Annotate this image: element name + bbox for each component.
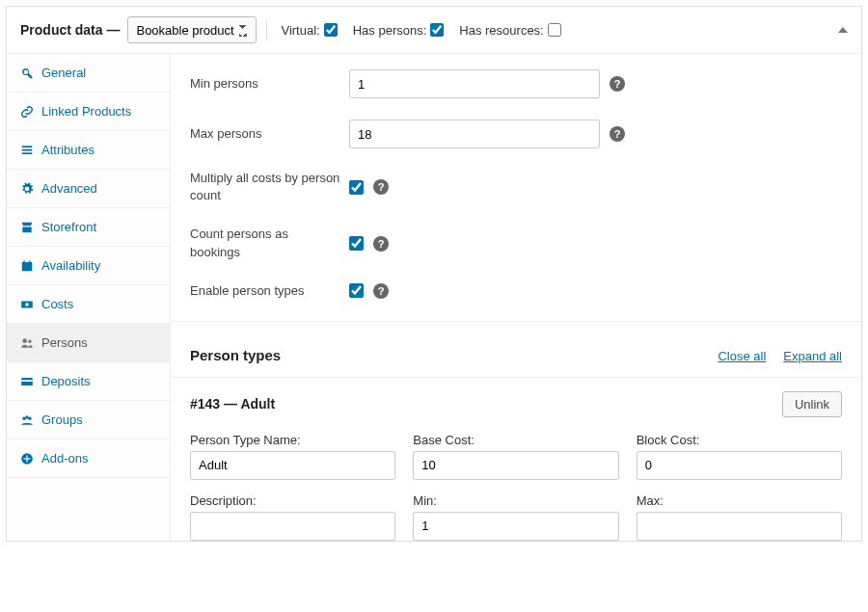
list-icon <box>20 144 34 157</box>
sidebar-tab-persons[interactable]: Persons <box>7 324 170 362</box>
sidebar-tab-label: Storefront <box>41 220 96 234</box>
help-icon[interactable]: ? <box>373 236 389 252</box>
collapse-panel-icon[interactable] <box>838 23 848 38</box>
unlink-button[interactable]: Unlink <box>782 391 842 417</box>
person-type-fields-row2: Description: Min: Max: <box>190 493 842 541</box>
plus-icon <box>20 452 34 466</box>
has-persons-label: Has persons: <box>353 23 427 38</box>
sidebar-tab-label: Deposits <box>41 374 91 388</box>
sidebar-tab-deposits[interactable]: Deposits <box>7 362 170 401</box>
product-data-panel: Product data — Bookable product Virtual:… <box>6 6 862 542</box>
has-persons-toggle[interactable]: Has persons: <box>353 23 445 38</box>
panel-body: GeneralLinked ProductsAttributesAdvanced… <box>7 54 861 541</box>
help-icon[interactable]: ? <box>610 76 625 92</box>
multiply-checkbox[interactable] <box>349 180 364 195</box>
person-type-title: #143 — Adult <box>190 396 275 412</box>
store-icon <box>20 221 34 234</box>
pt-min-field: Min: <box>413 493 618 541</box>
svg-point-11 <box>28 339 32 343</box>
sidebar-tab-label: Linked Products <box>41 104 131 119</box>
svg-rect-6 <box>24 260 25 263</box>
persons-icon <box>20 336 34 350</box>
description-field: Description: <box>190 493 395 541</box>
max-persons-row: Max persons ? <box>190 120 842 148</box>
svg-point-10 <box>22 338 27 343</box>
sidebar-tab-label: Costs <box>41 297 73 311</box>
description-label: Description: <box>190 493 395 508</box>
person-type-name-label: Person Type Name: <box>190 433 395 447</box>
sidebar-tab-availability[interactable]: Availability <box>7 247 170 285</box>
count-as-bookings-checkbox[interactable] <box>349 236 364 251</box>
sidebar-tab-label: Advanced <box>41 181 97 196</box>
help-icon[interactable]: ? <box>373 179 389 195</box>
enable-types-row: Enable person types ? <box>190 282 842 300</box>
sidebar-tab-storefront[interactable]: Storefront <box>7 208 170 247</box>
sidebar-tab-label: General <box>41 66 86 80</box>
sidebar-tab-attributes[interactable]: Attributes <box>7 131 170 170</box>
max-persons-input[interactable] <box>349 120 600 148</box>
svg-rect-13 <box>21 380 33 382</box>
sidebar-tab-advanced[interactable]: Advanced <box>7 170 170 208</box>
separator <box>266 19 267 40</box>
virtual-toggle[interactable]: Virtual: <box>281 23 337 38</box>
divider <box>171 321 861 322</box>
person-type-item: #143 — Adult Unlink Person Type Name: Ba… <box>171 377 861 541</box>
person-type-item-header: #143 — Adult Unlink <box>190 391 842 417</box>
calendar-icon <box>20 259 34 273</box>
group-icon <box>20 413 34 427</box>
pt-min-input[interactable] <box>413 512 618 541</box>
count-as-bookings-label: Count persons as bookings <box>190 226 349 260</box>
has-resources-checkbox[interactable] <box>548 23 561 37</box>
block-cost-input[interactable] <box>637 451 842 480</box>
has-persons-checkbox[interactable] <box>430 23 444 37</box>
svg-rect-7 <box>29 260 30 263</box>
base-cost-input[interactable] <box>413 451 618 480</box>
svg-rect-19 <box>24 458 31 459</box>
tabs-sidebar: GeneralLinked ProductsAttributesAdvanced… <box>7 54 171 541</box>
svg-marker-0 <box>838 27 848 33</box>
has-resources-toggle[interactable]: Has resources: <box>459 23 560 38</box>
sidebar-tab-general[interactable]: General <box>7 54 170 93</box>
min-persons-row: Min persons ? <box>190 69 842 98</box>
person-type-name-input[interactable] <box>190 451 395 480</box>
panel-title: Product data — <box>20 22 120 38</box>
multiply-label: Multiply all costs by person count <box>190 170 349 204</box>
person-type-fields-row1: Person Type Name: Base Cost: Block Cost: <box>190 433 842 480</box>
product-type-select[interactable]: Bookable product <box>127 16 257 43</box>
sidebar-tab-label: Add-ons <box>41 451 88 466</box>
enable-types-label: Enable person types <box>190 282 349 300</box>
pt-max-input[interactable] <box>637 512 842 541</box>
panel-header: Product data — Bookable product Virtual:… <box>7 7 861 54</box>
sidebar-tab-add-ons[interactable]: Add-ons <box>7 439 170 478</box>
link-icon <box>20 105 34 119</box>
virtual-checkbox[interactable] <box>324 23 338 37</box>
pt-max-field: Max: <box>637 493 842 541</box>
person-types-header: Person types Close all Expand all <box>190 333 842 363</box>
svg-rect-3 <box>22 152 33 154</box>
money-icon <box>20 298 34 311</box>
pt-min-label: Min: <box>413 493 618 508</box>
description-input[interactable] <box>190 512 395 541</box>
count-as-bookings-row: Count persons as bookings ? <box>190 226 842 260</box>
close-all-link[interactable]: Close all <box>718 349 766 363</box>
sidebar-tab-groups[interactable]: Groups <box>7 401 170 439</box>
min-persons-input[interactable] <box>349 69 600 98</box>
virtual-label: Virtual: <box>281 23 319 38</box>
sidebar-tab-linked-products[interactable]: Linked Products <box>7 93 170 131</box>
pt-max-label: Max: <box>637 493 842 508</box>
expand-all-link[interactable]: Expand all <box>783 349 842 363</box>
base-cost-field: Base Cost: <box>413 433 618 480</box>
min-persons-label: Min persons <box>190 75 349 93</box>
block-cost-field: Block Cost: <box>637 433 842 480</box>
block-cost-label: Block Cost: <box>637 433 842 447</box>
help-icon[interactable]: ? <box>610 126 625 142</box>
multiply-row: Multiply all costs by person count ? <box>190 170 842 204</box>
wrench-icon <box>20 67 34 80</box>
sidebar-tab-label: Groups <box>41 412 83 427</box>
enable-types-checkbox[interactable] <box>349 283 364 298</box>
sidebar-tab-label: Attributes <box>41 143 95 157</box>
help-icon[interactable]: ? <box>373 283 389 299</box>
svg-point-16 <box>25 415 29 419</box>
sidebar-tab-costs[interactable]: Costs <box>7 285 170 324</box>
persons-tab-content: Min persons ? Max persons ? Multiply all… <box>171 54 861 541</box>
